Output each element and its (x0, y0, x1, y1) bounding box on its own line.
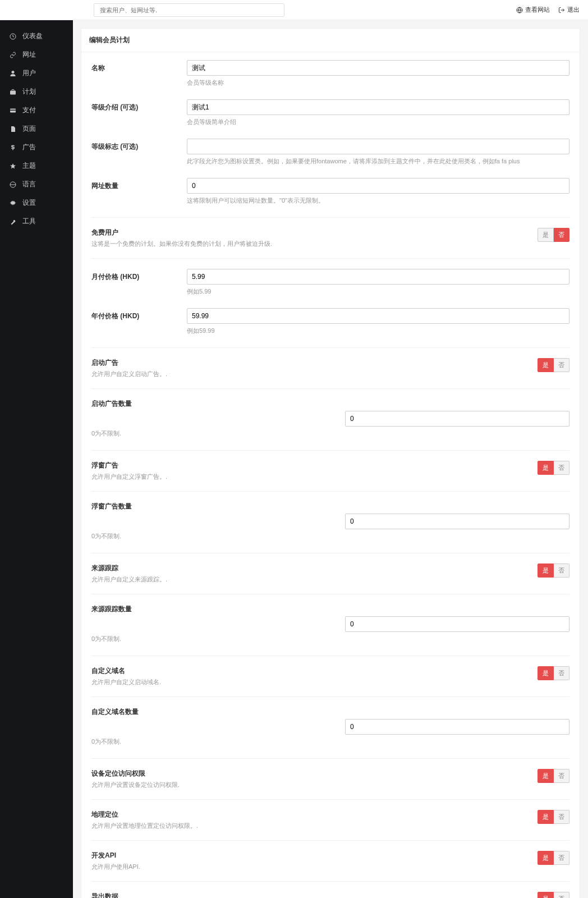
dashboard-icon (9, 33, 17, 40)
sidebar-item-pages[interactable]: 页面 (0, 120, 73, 138)
api-no-button[interactable]: 否 (554, 851, 569, 865)
urlcount-help: 这将限制用户可以缩短网址数量。"0"表示无限制。 (187, 196, 569, 205)
domain-label: 自定义域名 (91, 666, 538, 676)
geo-label: 地理定位 (91, 810, 538, 819)
free-no-button[interactable]: 否 (554, 228, 569, 242)
gear-icon (9, 200, 17, 207)
overlaycount-hint: 0为不限制. (91, 532, 569, 540)
referrercount-hint: 0为不限制. (91, 635, 569, 643)
api-yes-button[interactable]: 是 (538, 851, 554, 865)
main-content: 编辑会员计划 名称 会员等级名称 等级介绍 (可选) 会员等级简单介绍 (73, 20, 588, 898)
urlcount-label: 网址数量 (91, 178, 187, 191)
overlay-label: 浮窗广告 (91, 461, 538, 470)
view-site-link[interactable]: 查看网站 (516, 6, 550, 14)
sidebar-item-themes[interactable]: 主题 (0, 157, 73, 175)
sidebar-item-ads[interactable]: 广告 (0, 138, 73, 157)
domaincount-label: 自定义域名数量 (91, 707, 569, 717)
sidebar-item-urls[interactable]: 网址 (0, 45, 73, 64)
free-label: 免费用户 (91, 228, 538, 237)
domain-yes-button[interactable]: 是 (538, 666, 554, 680)
sidebar-item-language[interactable]: 语言 (0, 175, 73, 194)
logout-link[interactable]: 退出 (558, 6, 580, 14)
free-hint: 这将是一个免费的计划。如果你没有免费的计划，用户将被迫升级. (91, 240, 538, 248)
referrercount-input[interactable] (345, 616, 569, 632)
user-icon (9, 70, 17, 77)
device-label: 设备定位访问权限 (91, 769, 538, 778)
referrer-toggle: 是 否 (538, 563, 569, 578)
monthprice-label: 月付价格 (HKD) (91, 269, 187, 282)
yearprice-input[interactable] (187, 308, 569, 324)
intro-label: 等级介绍 (可选) (91, 99, 187, 112)
device-no-button[interactable]: 否 (554, 769, 569, 783)
export-no-button[interactable]: 否 (554, 892, 569, 898)
domain-no-button[interactable]: 否 (554, 666, 569, 680)
api-label: 开发API (91, 851, 538, 860)
sidebar-item-tools[interactable]: 工具 (0, 212, 73, 231)
geo-no-button[interactable]: 否 (554, 810, 569, 824)
splash-toggle: 是 否 (538, 358, 569, 372)
svg-rect-2 (10, 90, 16, 94)
sidebar-item-users[interactable]: 用户 (0, 64, 73, 83)
device-yes-button[interactable]: 是 (538, 769, 554, 783)
sidebar-item-plans[interactable]: 计划 (0, 83, 73, 101)
svg-rect-4 (10, 109, 16, 111)
icon-input[interactable] (187, 139, 569, 154)
wrench-icon (9, 218, 17, 225)
export-yes-button[interactable]: 是 (538, 892, 554, 898)
splashcount-label: 启动广告数量 (91, 399, 569, 409)
logout-icon (558, 7, 565, 13)
intro-help: 会员等级简单介绍 (187, 118, 569, 126)
overlay-toggle: 是 否 (538, 461, 569, 475)
geo-yes-button[interactable]: 是 (538, 810, 554, 824)
splashcount-hint: 0为不限制. (91, 429, 569, 438)
device-hint: 允许用户设置设备定位访问权限. (91, 781, 538, 789)
referrer-label: 来源跟踪 (91, 563, 538, 573)
sidebar-item-dashboard[interactable]: 仪表盘 (0, 27, 73, 45)
splashcount-input[interactable] (345, 411, 569, 427)
icon-help: 此字段允许您为图标设置类。例如，如果要使用fontawome，请将库添加到主题文… (187, 157, 569, 166)
search-input[interactable] (94, 3, 284, 17)
name-help: 会员等级名称 (187, 79, 569, 87)
page-title: 编辑会员计划 (81, 29, 580, 52)
referrer-hint: 允许用户自定义来源跟踪。. (91, 575, 538, 584)
api-hint: 允许用户使用API. (91, 863, 538, 871)
yearprice-help: 例如59.99 (187, 327, 569, 335)
free-toggle: 是 否 (538, 228, 569, 242)
domaincount-input[interactable] (345, 719, 569, 735)
referrer-no-button[interactable]: 否 (554, 563, 569, 578)
topbar: 查看网站 退出 (0, 0, 588, 20)
monthprice-help: 例如5.99 (187, 287, 569, 296)
domaincount-hint: 0为不限制. (91, 737, 569, 746)
overlaycount-input[interactable] (345, 514, 569, 529)
sidebar: 仪表盘 网址 用户 计划 支付 页面 广告 主题 语言 设置 工具 (0, 20, 73, 898)
dollar-icon (9, 144, 17, 151)
sidebar-item-settings[interactable]: 设置 (0, 194, 73, 212)
icon-label: 等级标志 (可选) (91, 139, 187, 152)
overlay-no-button[interactable]: 否 (554, 461, 569, 475)
free-yes-button[interactable]: 是 (538, 228, 554, 242)
domain-toggle: 是 否 (538, 666, 569, 680)
globe-icon (516, 7, 523, 13)
referrer-yes-button[interactable]: 是 (538, 563, 554, 578)
device-toggle: 是 否 (538, 769, 569, 783)
intro-input[interactable] (187, 99, 569, 115)
overlaycount-label: 浮窗广告数量 (91, 502, 569, 511)
monthprice-input[interactable] (187, 269, 569, 285)
splash-no-button[interactable]: 否 (554, 358, 569, 372)
overlay-yes-button[interactable]: 是 (538, 461, 554, 475)
briefcase-icon (9, 89, 17, 95)
page-icon (9, 126, 17, 132)
urlcount-input[interactable] (187, 178, 569, 194)
splash-hint: 允许用户自定义启动广告。. (91, 370, 538, 378)
card-icon (9, 107, 17, 114)
sidebar-item-payment[interactable]: 支付 (0, 101, 73, 120)
geo-hint: 允许用户设置地理位置定位访问权限。. (91, 822, 538, 830)
star-icon (9, 163, 17, 169)
link-icon (9, 52, 17, 58)
name-input[interactable] (187, 60, 569, 76)
export-label: 导出数据 (91, 892, 538, 898)
export-toggle: 是 否 (538, 892, 569, 898)
splash-yes-button[interactable]: 是 (538, 358, 554, 372)
yearprice-label: 年付价格 (HKD) (91, 308, 187, 321)
geo-toggle: 是 否 (538, 810, 569, 824)
